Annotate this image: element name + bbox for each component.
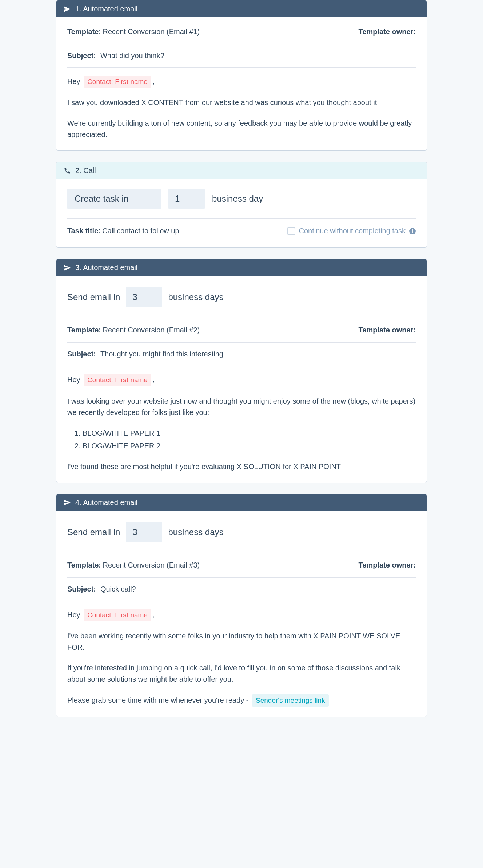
- step-3-automated-email: 3. Automated email Send email in busines…: [56, 259, 427, 483]
- delay-unit: business days: [168, 527, 223, 537]
- info-icon[interactable]: i: [409, 228, 416, 234]
- subject-value: What did you think?: [100, 52, 164, 60]
- email-paragraph: I've been working recently with some fol…: [67, 630, 416, 653]
- template-value: Recent Conversion (Email #1): [103, 28, 200, 36]
- subject-value: Thought you might find this interesting: [100, 350, 223, 358]
- contact-firstname-token[interactable]: Contact: First name: [84, 609, 151, 621]
- delay-unit: business day: [212, 194, 263, 204]
- greeting-pre: Hey: [67, 611, 80, 619]
- delay-days-input[interactable]: [126, 287, 162, 307]
- subject-label: Subject:: [67, 585, 96, 593]
- task-title-label: Task title:: [67, 227, 101, 235]
- subject-label: Subject:: [67, 350, 96, 358]
- step-header-title: 4. Automated email: [75, 498, 137, 507]
- list-item: BLOG/WHITE PAPER 1: [83, 428, 416, 439]
- template-label: Template:: [67, 28, 101, 36]
- greeting-pre: Hey: [67, 77, 80, 85]
- continue-checkbox[interactable]: [287, 227, 295, 235]
- step-header-title: 1. Automated email: [75, 5, 137, 13]
- template-owner-label: Template owner:: [359, 326, 416, 334]
- email-body[interactable]: Hey Contact: First name, I saw you downl…: [67, 68, 416, 140]
- greeting-pre: Hey: [67, 376, 80, 384]
- template-label: Template:: [67, 326, 101, 334]
- template-value: Recent Conversion (Email #3): [103, 561, 200, 569]
- create-task-select[interactable]: Create task in: [67, 189, 161, 209]
- contact-firstname-token[interactable]: Contact: First name: [84, 374, 151, 386]
- greeting-post: ,: [153, 77, 155, 85]
- task-title-value: Call contact to follow up: [102, 227, 179, 235]
- delay-unit: business days: [168, 292, 223, 302]
- phone-icon: [64, 167, 71, 174]
- paper-plane-icon: [64, 499, 71, 506]
- template-value: Recent Conversion (Email #2): [103, 326, 200, 334]
- greeting-post: ,: [153, 611, 155, 619]
- contact-firstname-token[interactable]: Contact: First name: [84, 76, 151, 88]
- step-header-title: 3. Automated email: [75, 263, 137, 272]
- email-paragraph: If you're interested in jumping on a qui…: [67, 662, 416, 685]
- template-owner-label: Template owner:: [359, 28, 416, 36]
- paper-plane-icon: [64, 5, 71, 13]
- step-header-title: 2. Call: [75, 166, 96, 175]
- delay-days-input[interactable]: [168, 189, 205, 209]
- email-paragraph: We're currently building a ton of new co…: [67, 118, 416, 140]
- subject-value: Quick call?: [100, 585, 136, 593]
- template-owner-label: Template owner:: [359, 561, 416, 569]
- step-header[interactable]: 2. Call: [56, 162, 427, 179]
- email-paragraph: I saw you downloaded X CONTENT from our …: [67, 97, 416, 108]
- step-header[interactable]: 4. Automated email: [56, 494, 427, 511]
- send-label: Send email in: [67, 527, 120, 537]
- step-2-call: 2. Call Create task in business day Task…: [56, 162, 427, 248]
- step-header[interactable]: 1. Automated email: [56, 0, 427, 17]
- email-text: Please grab some time with me whenever y…: [67, 696, 249, 704]
- subject-label: Subject:: [67, 52, 96, 60]
- email-paragraph: I've found these are most helpful if you…: [67, 461, 416, 472]
- greeting-post: ,: [153, 376, 155, 384]
- paper-plane-icon: [64, 264, 71, 271]
- template-label: Template:: [67, 561, 101, 569]
- delay-days-input[interactable]: [126, 522, 162, 542]
- continue-label: Continue without completing task: [299, 227, 406, 235]
- email-body[interactable]: Hey Contact: First name, I was looking o…: [67, 366, 416, 472]
- meetings-link-token[interactable]: Sender's meetings link: [252, 694, 329, 706]
- step-header[interactable]: 3. Automated email: [56, 259, 427, 276]
- email-body[interactable]: Hey Contact: First name, I've been worki…: [67, 601, 416, 707]
- send-label: Send email in: [67, 292, 120, 302]
- step-1-automated-email: 1. Automated email Template: Recent Conv…: [56, 0, 427, 151]
- email-paragraph: I was looking over your website just now…: [67, 396, 416, 418]
- list-item: BLOG/WHITE PAPER 2: [83, 440, 416, 452]
- step-4-automated-email: 4. Automated email Send email in busines…: [56, 494, 427, 717]
- resources-list: BLOG/WHITE PAPER 1 BLOG/WHITE PAPER 2: [74, 428, 416, 452]
